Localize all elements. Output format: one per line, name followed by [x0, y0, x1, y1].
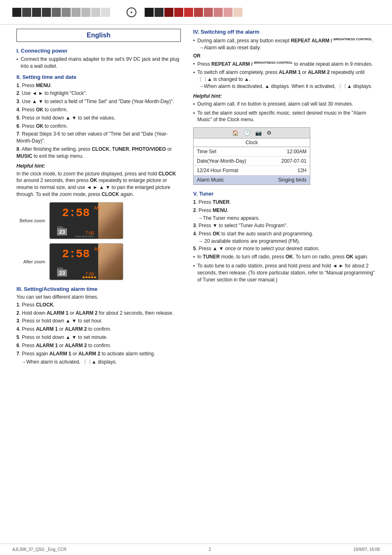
bullet-icon: • — [193, 61, 195, 68]
color-block — [22, 8, 31, 17]
bullet-icon: • — [16, 56, 18, 70]
clock-display-before: 2:58 — [62, 207, 90, 219]
color-block — [71, 8, 81, 17]
bar-item — [85, 276, 88, 278]
clock-alarm-indicators — [75, 236, 94, 237]
step-V-2: 2. Press MENU. — [193, 207, 376, 214]
color-block — [52, 8, 61, 17]
color-block — [42, 8, 51, 17]
V-bullet-2-text: To auto tune to a radio station, press a… — [197, 263, 376, 283]
clock-am-after: AM — [94, 247, 100, 251]
home-icon: 🏠 — [232, 130, 239, 136]
clock-alarm-time-before: 7:00 — [85, 230, 94, 235]
section-IV-heading: IV. Switching off the alarm — [193, 29, 376, 35]
indicator — [75, 236, 81, 237]
color-block — [233, 8, 242, 17]
step-II-8: 8. After finishing the setting, press CL… — [16, 146, 181, 160]
bar-item — [88, 276, 90, 278]
IV-bullet-1: • During alarm call, press any button ex… — [193, 37, 376, 51]
section-IV: IV. Switching off the alarm • During ala… — [193, 29, 376, 185]
clock-photo — [98, 203, 123, 239]
section-II-heading: II. Setting time and date — [16, 74, 181, 80]
color-block — [194, 8, 203, 17]
crosshair-icon — [127, 7, 136, 17]
clock-row-date: Date(Year-Month-Day) 2007-07-01 — [194, 157, 310, 166]
camera-icon: 📷 — [255, 130, 262, 136]
step-II-5: 5. Press or hold down ▲ ▼ to set the val… — [16, 115, 181, 122]
clock-row-music: Alarm Music Singing birds — [194, 175, 310, 184]
IV-bullet-2-text: Press REPEAT ALARM / BRIGHTNESS CONTROL … — [197, 60, 373, 68]
step-III-6: 6. Press ALARM 1 or ALARM 2 to confirm. — [16, 342, 181, 349]
top-bar — [0, 0, 392, 25]
clock-display-after: 2:58 — [62, 248, 90, 260]
clock-icon: 🕐 — [244, 130, 250, 136]
indicator — [82, 236, 88, 237]
color-block — [32, 8, 41, 17]
IV-or: OR — [193, 53, 376, 59]
section-III-intro: You can set two different alarm times. — [16, 294, 181, 300]
before-zoom-image: AM 2:58 23 FRI 7:00 — [49, 202, 123, 239]
IV-bullet-3: • To switch off alarm completely, press … — [193, 69, 376, 90]
clock-row-format: 12/24 Hour Format 12H — [194, 166, 310, 175]
color-block — [101, 8, 110, 17]
color-block — [224, 8, 233, 17]
clock-photo-after — [98, 244, 123, 280]
color-block — [62, 8, 71, 17]
section-I-text: Connect the supplied mains adapter to th… — [21, 56, 181, 70]
section-I: I. Connecting power • Connect the suppli… — [16, 48, 181, 70]
clock-menu-table: 🏠 🕐 📷 ⚙ Clock Time Set 12:00AM Date(Year… — [193, 127, 310, 185]
IV-bullet-1-text: During alarm call, press any button exce… — [197, 37, 374, 51]
clock-menu-title: Clock — [194, 138, 310, 147]
clock-row-label-music: Alarm Music — [197, 177, 224, 183]
hint-text-II: In the clock mode, to zoom the picture d… — [16, 170, 181, 198]
bottom-right: 19/9/07, 16:08 — [353, 547, 380, 552]
clock-row-value-music: Singing birds — [278, 177, 307, 183]
bullet-icon: • — [193, 37, 195, 51]
clock-row-value-date: 2007-07-01 — [281, 158, 307, 164]
IV-hint-2: • To set the alarm sound with specific m… — [193, 110, 376, 124]
IV-bullet-2: • Press REPEAT ALARM / BRIGHTNESS CONTRO… — [193, 60, 376, 68]
bar-item — [91, 276, 93, 278]
right-column: IV. Switching off the alarm • During ala… — [193, 29, 376, 366]
gear-icon: ⚙ — [267, 130, 272, 136]
step-III-arrow: →When alarm is activated, 〔〔▲ displays. — [21, 359, 181, 366]
step-V-4-arrow: → 20 available stations are programmed (… — [198, 238, 376, 244]
bullet-icon: • — [193, 101, 195, 108]
color-blocks-left — [12, 8, 110, 17]
clock-row-label-date: Date(Year-Month-Day) — [197, 158, 246, 164]
step-V-2-arrow: →The Tuner menu appears. — [198, 215, 376, 221]
bottom-center: 2 — [209, 547, 211, 552]
section-III-heading: III. Setting/Activating alarm time — [16, 286, 181, 292]
clock-menu-header: 🏠 🕐 📷 ⚙ — [194, 128, 310, 138]
step-II-2: 2. Use ◄ ► to highlight "Clock". — [16, 90, 181, 97]
clock-weekday: FRI — [57, 226, 63, 230]
step-II-3: 3. Use ▲ ▼ to select a field of "Time Se… — [16, 98, 181, 105]
clock-menu-container: 🏠 🕐 📷 ⚙ Clock Time Set 12:00AM Date(Year… — [193, 127, 376, 185]
main-content: English I. Connecting power • Connect th… — [0, 25, 392, 390]
IV-hint-2-text: To set the alarm sound with specific mus… — [197, 110, 376, 124]
step-II-7: 7. Repeat Steps 3-6 to set other values … — [16, 131, 181, 145]
step-V-4: 4. Press OK to start the auto search and… — [193, 230, 376, 237]
after-zoom-image: AM 2:58 23 FRI 7:00 — [49, 243, 123, 280]
step-V-1: 1. Press TUNER. — [193, 199, 376, 206]
clock-row-value-format: 12H — [297, 168, 307, 173]
bar-item — [94, 276, 96, 278]
color-block — [91, 8, 100, 17]
V-bullet-2: • To auto tune to a radio station, press… — [193, 263, 376, 283]
IV-hint-1: • During alarm call, if no button is pre… — [193, 101, 376, 108]
section-I-bullet: • Connect the supplied mains adapter to … — [16, 56, 181, 70]
helpful-hint-title-IV: Helpful hint: — [193, 93, 376, 99]
section-I-heading: I. Connecting power — [16, 48, 181, 54]
bullet-icon: • — [193, 254, 195, 261]
step-V-5: 5. Press ▲ ▼ once or more to select your… — [193, 245, 376, 252]
IV-bullet-3-text: To switch off alarm completely, press AL… — [197, 69, 376, 90]
after-zoom-row: After zoom AM 2:58 23 FRI 7:00 — [16, 243, 181, 280]
V-bullet-1: • In TUNER mode, to turn off radio, pres… — [193, 253, 376, 261]
bullet-icon: • — [193, 263, 195, 283]
color-block — [12, 8, 21, 17]
step-III-3: 3. Press or hold down ▲ ▼ to set hour. — [16, 318, 181, 325]
left-column: English I. Connecting power • Connect th… — [16, 29, 181, 366]
step-III-2: 2. Hold down ALARM 1 or ALARM 2 for abou… — [16, 310, 181, 317]
before-zoom-label: Before zoom — [16, 218, 45, 223]
color-block — [204, 8, 213, 17]
